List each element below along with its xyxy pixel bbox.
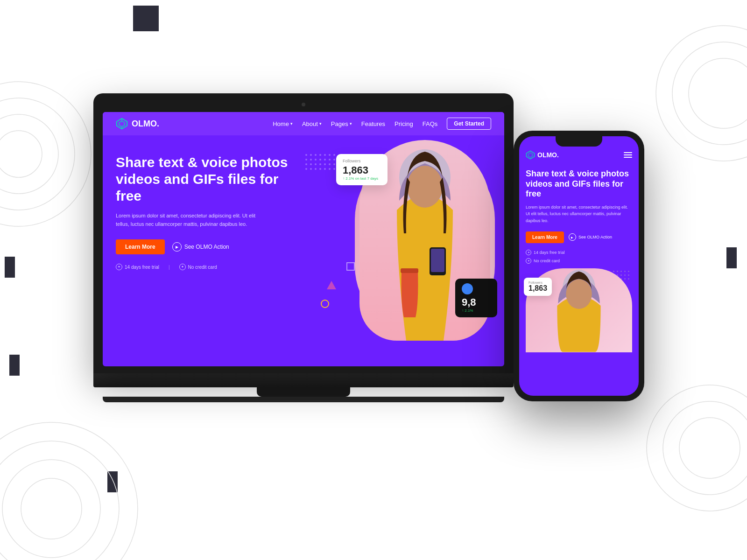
laptop-camera — [302, 103, 305, 106]
hero-title: Share text & voice photos videos and GIF… — [116, 154, 293, 204]
phone-hero-description: Lorem ipsum dolor sit amet, consectetur … — [526, 204, 632, 224]
laptop-base — [93, 373, 514, 387]
svg-marker-15 — [119, 121, 125, 127]
phone-followers-label: Followers — [529, 281, 547, 284]
phone-logo-icon — [526, 150, 535, 160]
svg-marker-24 — [528, 153, 532, 157]
laptop-screen: OLMO. Home ▾ About ▾ Pages ▾ Features Pr… — [103, 112, 504, 366]
phone-meta-trial-text: 14 days free trial — [534, 250, 565, 255]
followers-trend: ↑ 2.1% on last 7 days — [343, 176, 381, 181]
nav-pages[interactable]: Pages ▾ — [331, 120, 352, 127]
phone-logo-text: OLMO. — [537, 151, 559, 159]
laptop-stand — [257, 387, 350, 397]
phone-notch — [556, 136, 602, 147]
nav-faqs[interactable]: FAQs — [423, 120, 438, 127]
svg-marker-23 — [526, 151, 534, 159]
meta-divider: | — [169, 265, 170, 270]
nav-pricing[interactable]: Pricing — [395, 120, 413, 127]
rect-decoration — [346, 262, 355, 271]
hero-text-block: Share text & voice photos videos and GIF… — [116, 154, 293, 270]
phone-image-section: Followers 1,863 — [519, 268, 639, 352]
phone-logo: OLMO. — [526, 150, 559, 160]
followers-card: Followers 1,863 ↑ 2.1% on last 7 days — [336, 154, 388, 185]
dots-decoration — [305, 154, 336, 171]
meta-trial-text: 14 days free trial — [125, 265, 159, 270]
phone-hero-buttons: Learn More ▶ See OLMO Action — [526, 231, 632, 243]
circle-decoration — [321, 300, 329, 308]
svg-point-19 — [407, 166, 443, 208]
phone-meta-credit-text: No credit card — [534, 259, 560, 263]
nav-get-started-button[interactable]: Get Started — [447, 118, 491, 130]
action-label: See OLMO Action — [184, 244, 229, 250]
phone-followers-count: 1,863 — [529, 284, 547, 293]
hero-buttons: Learn More ▶ See OLMO Action — [116, 239, 293, 254]
laptop-hero: Share text & voice photos videos and GIF… — [103, 135, 504, 366]
stats-icon — [462, 283, 473, 294]
hero-description: Lorem ipsum dolor sit amet, consectetur … — [116, 212, 265, 228]
logo-icon — [116, 118, 128, 130]
followers-count: 1,863 — [343, 164, 381, 176]
nav-home[interactable]: Home ▾ — [273, 120, 293, 127]
phone-credit-icon: ✦ — [526, 258, 531, 264]
phone-play-icon: ▶ — [569, 233, 576, 241]
phone-see-action-button[interactable]: ▶ See OLMO Action — [569, 233, 612, 241]
nav-links: Home ▾ About ▾ Pages ▾ Features Pricing … — [273, 118, 491, 130]
phone-meta: ✦ 14 days free trial ✦ No credit card — [526, 250, 632, 264]
svg-rect-22 — [401, 268, 418, 273]
credit-icon: ✦ — [179, 264, 186, 270]
meta-credit-text: No credit card — [188, 265, 217, 270]
logo-text: OLMO. — [132, 119, 159, 129]
stats-card: 9,8 ↑ 2.1% — [455, 279, 497, 317]
nav-about[interactable]: About ▾ — [302, 120, 322, 127]
triangle-decoration — [327, 281, 336, 289]
svg-rect-21 — [431, 249, 444, 272]
see-action-button[interactable]: ▶ See OLMO Action — [172, 242, 229, 252]
phone-meta-trial: ✦ 14 days free trial — [526, 250, 632, 255]
phone-learn-more-button[interactable]: Learn More — [526, 231, 564, 243]
phone-shield-icon: ✦ — [526, 250, 531, 255]
laptop-navbar: OLMO. Home ▾ About ▾ Pages ▾ Features Pr… — [103, 112, 504, 135]
meta-credit: ✦ No credit card — [179, 264, 217, 270]
phone-meta-credit: ✦ No credit card — [526, 258, 632, 264]
play-icon: ▶ — [172, 242, 182, 252]
phone-screen: OLMO. Share text & voice photos videos a… — [519, 136, 639, 396]
laptop-device: OLMO. Home ▾ About ▾ Pages ▾ Features Pr… — [93, 93, 514, 411]
followers-label: Followers — [343, 159, 381, 163]
phone-hero: Share text & voice photos videos and GIF… — [519, 164, 639, 268]
hamburger-menu-icon[interactable] — [624, 152, 632, 158]
phone-hero-title: Share text & voice photos videos and GIF… — [526, 169, 632, 199]
phone-followers-card: Followers 1,863 — [524, 278, 552, 296]
nav-features[interactable]: Features — [361, 120, 385, 127]
shield-icon: ✦ — [116, 264, 122, 270]
learn-more-button[interactable]: Learn More — [116, 239, 165, 254]
phone-device: OLMO. Share text & voice photos videos a… — [514, 131, 644, 401]
stats-trend: ↑ 2.1% — [462, 308, 491, 313]
hero-image-area: Followers 1,863 ↑ 2.1% on last 7 days 9,… — [336, 140, 495, 355]
hero-meta: ✦ 14 days free trial | ✦ No credit card — [116, 264, 293, 270]
svg-point-26 — [566, 280, 592, 309]
phone-action-label: See OLMO Action — [578, 235, 612, 239]
stats-count: 9,8 — [462, 296, 491, 308]
meta-trial: ✦ 14 days free trial — [116, 264, 159, 270]
laptop-foot — [103, 397, 504, 402]
laptop-logo: OLMO. — [116, 118, 159, 130]
